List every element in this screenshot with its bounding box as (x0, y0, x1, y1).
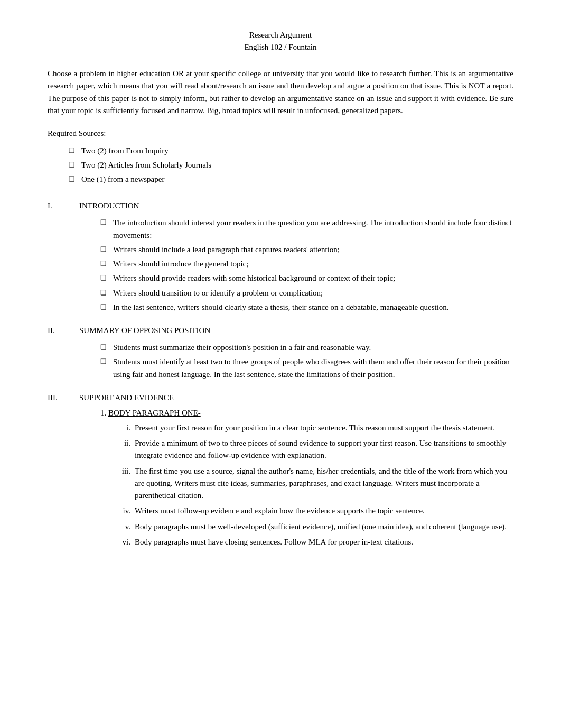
section-introduction-bullets: The introduction should interest your re… (100, 217, 513, 314)
list-item: ii. Provide a minimum of two to three pi… (116, 437, 513, 462)
roman-numeral: vi. (116, 536, 135, 548)
section-number-3: III. (48, 393, 79, 402)
list-item: Two (2) from From Inquiry (69, 145, 513, 157)
header-line1: Research Argument (48, 29, 513, 41)
required-sources-label: Required Sources: (48, 127, 513, 140)
section-title-1: INTRODUCTION (79, 201, 139, 210)
roman-numeral: v. (116, 521, 135, 533)
roman-text: Body paragraphs must be well-developed (… (135, 521, 513, 533)
section-support-evidence: III. SUPPORT AND EVIDENCE 1. BODY PARAGR… (48, 393, 513, 548)
section-introduction: I. INTRODUCTION The introduction should … (48, 201, 513, 314)
list-item: Students must identify at least two to t… (100, 356, 513, 381)
list-item: In the last sentence, writers should cle… (100, 301, 513, 314)
section-support-header: III. SUPPORT AND EVIDENCE (48, 393, 513, 402)
body-paragraph-one-list: i. Present your first reason for your po… (116, 422, 513, 548)
roman-numeral: i. (116, 422, 135, 434)
section-number-2: II. (48, 326, 79, 335)
list-item: iii. The first time you use a source, si… (116, 465, 513, 502)
list-item: Two (2) Articles from Scholarly Journals (69, 159, 513, 171)
section-title-2: SUMMARY OF OPPOSING POSITION (79, 326, 210, 335)
section-number-1: I. (48, 201, 79, 210)
list-item: Students must summarize their opposition… (100, 342, 513, 354)
required-sources-list: Two (2) from From Inquiry Two (2) Articl… (69, 145, 513, 186)
roman-text: Provide a minimum of two to three pieces… (135, 437, 513, 462)
list-item: Writers should provide readers with some… (100, 272, 513, 284)
list-item: v. Body paragraphs must be well-develope… (116, 521, 513, 533)
list-item: i. Present your first reason for your po… (116, 422, 513, 434)
roman-numeral: iv. (116, 505, 135, 517)
section-opposing-bullets: Students must summarize their opposition… (100, 342, 513, 381)
list-item: The introduction should interest your re… (100, 217, 513, 242)
list-item: Writers should introduce the general top… (100, 258, 513, 270)
list-item: Writers should include a lead paragraph … (100, 244, 513, 256)
header-line2: English 102 / Fountain (48, 41, 513, 53)
subsection-header-1: 1. BODY PARAGRAPH ONE- (100, 409, 513, 418)
roman-text: Body paragraphs must have closing senten… (135, 536, 513, 548)
subsection-title-1: BODY PARAGRAPH ONE- (108, 409, 201, 417)
roman-numeral: ii. (116, 437, 135, 462)
section-introduction-header: I. INTRODUCTION (48, 201, 513, 210)
list-item: One (1) from a newspaper (69, 173, 513, 186)
document-header: Research Argument English 102 / Fountain (48, 29, 513, 53)
section-opposing-header: II. SUMMARY OF OPPOSING POSITION (48, 326, 513, 335)
subsection-body-paragraph-one: 1. BODY PARAGRAPH ONE- i. Present your f… (100, 409, 513, 548)
section-opposing-position: II. SUMMARY OF OPPOSING POSITION Student… (48, 326, 513, 381)
roman-text: The first time you use a source, signal … (135, 465, 513, 502)
list-item: iv. Writers must follow-up evidence and … (116, 505, 513, 517)
intro-paragraph: Choose a problem in higher education OR … (48, 68, 513, 117)
list-item: Writers should transition to or identify… (100, 287, 513, 299)
roman-text: Present your first reason for your posit… (135, 422, 513, 434)
sections: I. INTRODUCTION The introduction should … (48, 201, 513, 548)
roman-text: Writers must follow-up evidence and expl… (135, 505, 513, 517)
page: Research Argument English 102 / Fountain… (0, 0, 561, 728)
subsection-number-1: 1. (100, 409, 106, 417)
list-item: vi. Body paragraphs must have closing se… (116, 536, 513, 548)
section-title-3: SUPPORT AND EVIDENCE (79, 393, 174, 402)
roman-numeral: iii. (116, 465, 135, 502)
